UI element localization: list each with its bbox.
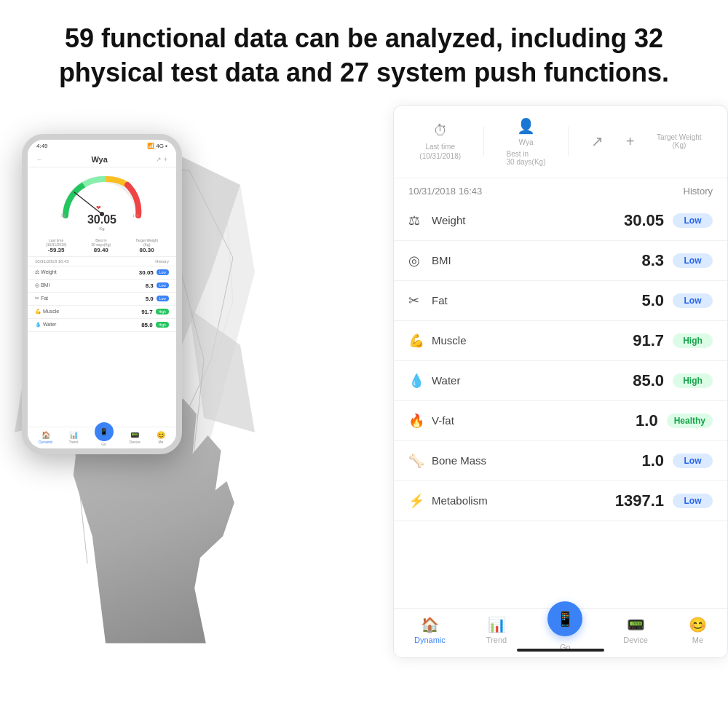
user-icon: 👤	[517, 117, 535, 135]
list-item: 💧 Water 85.0 High	[28, 319, 176, 332]
svg-text:❤: ❤	[96, 205, 101, 211]
metric-value: 1397.1	[615, 491, 664, 510]
metric-name: BMI	[432, 254, 620, 266]
table-row: ⚖ Weight 30.05 Low	[394, 201, 727, 241]
left-side: 4:49 📶 4G ▪ ← Wya ↗ +	[0, 105, 408, 658]
divider	[568, 127, 569, 156]
metric-name: Muscle	[432, 334, 620, 347]
phone-nav-go[interactable]: 📱 Go	[95, 431, 114, 446]
nav-device[interactable]: 📟 Device	[623, 616, 648, 644]
main-headline: 59 functional data can be analyzed, incl…	[0, 0, 728, 105]
metric-icon: ◎	[408, 253, 432, 269]
status-badge: Healthy	[667, 414, 713, 428]
divider	[483, 127, 484, 156]
metric-name: Weight	[432, 214, 620, 226]
phone-nav-trend[interactable]: 📊 Trend	[69, 431, 79, 446]
status-badge: Low	[673, 494, 713, 508]
svg-text:144: 144	[132, 213, 139, 218]
home-icon: 🏠	[421, 616, 439, 633]
phone-header: ← Wya ↗ +	[28, 152, 176, 167]
status-badge: Low	[673, 293, 713, 308]
timestamp-label: 10/31/2018 16:43	[408, 186, 482, 197]
metric-value: 1.0	[620, 451, 664, 470]
history-label: History	[684, 186, 713, 197]
phone-status-bar: 4:49 📶 4G ▪	[28, 140, 176, 152]
bottom-indicator	[517, 649, 604, 652]
metric-value: 91.7	[620, 331, 664, 350]
phone-bottom-nav: 🏠 Dynamic 📊 Trend 📱 Go 📟	[28, 427, 176, 448]
phone-stats-row: Last time (10/31/2018) -59.35 Best in 30…	[28, 235, 176, 257]
table-row: ⚡ Metabolism 1397.1 Low	[394, 481, 727, 521]
list-item: ◎ BMI 8.3 Low	[28, 280, 176, 293]
metric-icon: 🦴	[408, 453, 432, 469]
me-icon: 😊	[689, 616, 707, 633]
panel-export[interactable]: ↗	[591, 132, 604, 150]
table-row: 💪 Muscle 91.7 High	[394, 321, 727, 361]
phone-mockup: 4:49 📶 4G ▪ ← Wya ↗ +	[22, 134, 182, 454]
list-item: ⚖ Weight 30.05 Low	[28, 266, 176, 280]
metric-icon: ⚖	[408, 213, 432, 229]
metric-name: Bone Mass	[432, 454, 620, 467]
nav-trend[interactable]: 📊 Trend	[486, 616, 507, 644]
nav-go[interactable]: 📱 Go	[547, 616, 582, 652]
phone-nav-dynamic[interactable]: 🏠 Dynamic	[39, 431, 52, 446]
metric-icon: ✂	[408, 293, 432, 309]
table-row: ◎ BMI 8.3 Low	[394, 241, 727, 281]
status-badge: Low	[673, 454, 713, 468]
status-badge: Low	[673, 213, 713, 228]
nav-me[interactable]: 😊 Me	[689, 616, 707, 644]
metric-value: 85.0	[620, 371, 664, 390]
metric-name: V-fat	[432, 414, 614, 427]
metric-icon: 💧	[408, 373, 432, 389]
svg-text:51: 51	[61, 213, 66, 218]
add-icon: +	[626, 133, 635, 150]
status-badge: Low	[673, 253, 713, 268]
metric-value: 5.0	[620, 291, 664, 310]
metric-value: 8.3	[620, 251, 664, 270]
right-panel: ⏱ Last time(10/31/2018) 👤 Wya Best in30 …	[393, 105, 728, 658]
metric-name: Metabolism	[432, 494, 615, 507]
metrics-list: ⚖ Weight 30.05 Low ◎ BMI 8.3 Low ✂ Fat 5…	[394, 201, 727, 622]
main-content: 4:49 📶 4G ▪ ← Wya ↗ +	[0, 105, 728, 658]
metric-icon: 🔥	[408, 413, 432, 429]
panel-target-weight: Target Weight(Kg)	[657, 133, 702, 149]
go-icon: 📱	[556, 610, 574, 628]
phone-nav-device[interactable]: 📟 Device	[130, 431, 141, 446]
device-icon: 📟	[627, 616, 645, 633]
metric-icon: 💪	[408, 333, 432, 349]
list-item: ✂ Fat 5.0 Low	[28, 293, 176, 306]
phone-nav-me[interactable]: 😊 Me	[157, 431, 165, 446]
trend-icon: 📊	[488, 616, 506, 633]
phone-gauge: ❤ 51 144 30.05 Kg	[28, 167, 176, 235]
status-badge: High	[673, 373, 713, 388]
metric-name: Water	[432, 374, 620, 387]
list-item: 💪 Muscle 91.7 High	[28, 306, 176, 319]
nav-dynamic[interactable]: 🏠 Dynamic	[414, 616, 446, 644]
metric-value: 30.05	[620, 211, 664, 230]
status-badge: High	[673, 333, 713, 348]
panel-top: ⏱ Last time(10/31/2018) 👤 Wya Best in30 …	[394, 106, 727, 178]
phone-metrics: 10/31/2018 16:43 History ⚖ Weight 30.05 …	[28, 257, 176, 427]
table-row: 💧 Water 85.0 High	[394, 361, 727, 401]
table-row: ✂ Fat 5.0 Low	[394, 281, 727, 321]
metric-name: Fat	[432, 294, 620, 306]
metric-icon: ⚡	[408, 493, 432, 509]
panel-add[interactable]: +	[626, 133, 635, 150]
panel-user-name: 👤 Wya Best in30 days(Kg)	[507, 117, 546, 166]
table-row: 🔥 V-fat 1.0 Healthy	[394, 401, 727, 441]
metric-value: 1.0	[614, 411, 658, 430]
table-row: 🦴 Bone Mass 1.0 Low	[394, 441, 727, 481]
panel-timestamp-row: 10/31/2018 16:43 History	[394, 178, 727, 201]
panel-last-time: ⏱ Last time(10/31/2018)	[419, 122, 461, 161]
export-icon: ↗	[591, 132, 604, 150]
